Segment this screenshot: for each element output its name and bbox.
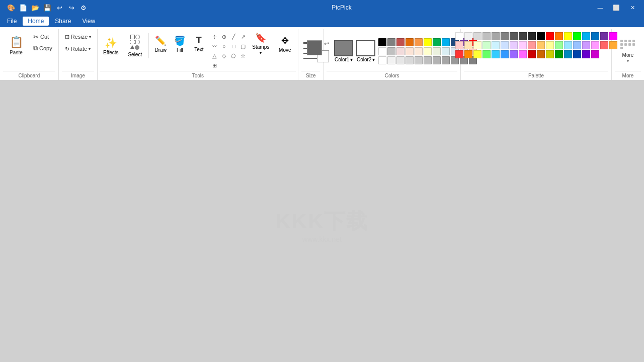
- p-red[interactable]: [546, 32, 554, 40]
- p-gray7[interactable]: [519, 32, 527, 40]
- swatch-green[interactable]: [433, 38, 441, 46]
- canvas-area[interactable]: KKK下载 www.kkx.net: [0, 80, 644, 362]
- shape-rect-btn[interactable]: □: [229, 42, 238, 51]
- p3-15[interactable]: [582, 50, 590, 58]
- menu-view[interactable]: View: [77, 17, 100, 26]
- maximize-btn[interactable]: ⬜: [609, 0, 624, 15]
- p2-2[interactable]: [464, 41, 472, 49]
- p-black[interactable]: [537, 32, 545, 40]
- swatch-midgray2[interactable]: [433, 56, 441, 64]
- p-blue[interactable]: [591, 32, 599, 40]
- color1-box[interactable]: [334, 40, 353, 56]
- rotate-button[interactable]: ↻ Rotate ▾: [62, 43, 94, 54]
- p3-9[interactable]: [528, 50, 536, 58]
- color1-preview[interactable]: [307, 40, 322, 55]
- minimize-btn[interactable]: —: [593, 0, 608, 15]
- p2-6[interactable]: [501, 41, 509, 49]
- p2-7[interactable]: [510, 41, 518, 49]
- p-gray4[interactable]: [492, 32, 500, 40]
- swatch-red-dark[interactable]: [396, 38, 405, 46]
- redo-btn[interactable]: ↪: [66, 3, 76, 13]
- p2-17[interactable]: [600, 41, 608, 49]
- effects-button[interactable]: ✨ Effects: [100, 31, 122, 60]
- resize-button[interactable]: ⊡ Resize ▾: [62, 31, 95, 42]
- swatch-peach[interactable]: [406, 47, 414, 55]
- color-reset-icon[interactable]: ↩: [324, 40, 329, 47]
- p-purple[interactable]: [600, 32, 608, 40]
- swatch-black[interactable]: [378, 38, 386, 46]
- p3-1[interactable]: [455, 50, 463, 58]
- p-gray1[interactable]: [464, 32, 472, 40]
- p2-12[interactable]: [555, 41, 563, 49]
- swatch-cyan-light[interactable]: [442, 47, 450, 55]
- swatch-orange[interactable]: [415, 38, 423, 46]
- stamps-button[interactable]: 🔖 Stamps ▾: [250, 31, 272, 56]
- p3-4[interactable]: [482, 50, 491, 58]
- menu-file[interactable]: File: [2, 17, 22, 26]
- swatch-midgray1[interactable]: [424, 56, 432, 64]
- menu-home[interactable]: Home: [23, 17, 49, 26]
- shape-zigzag-btn[interactable]: 〰: [210, 42, 219, 51]
- p3-7[interactable]: [510, 50, 518, 58]
- swatch-gray[interactable]: [387, 38, 395, 46]
- shape-round-rect-btn[interactable]: ▢: [238, 42, 248, 51]
- p-cyan[interactable]: [582, 32, 590, 40]
- p2-10[interactable]: [537, 41, 545, 49]
- swatch-lightgray2[interactable]: [396, 56, 405, 64]
- close-btn[interactable]: ✕: [625, 0, 640, 15]
- p3-3[interactable]: [473, 50, 481, 58]
- new-btn[interactable]: 📄: [18, 3, 28, 13]
- p-orange[interactable]: [555, 32, 563, 40]
- swatch-lightgray3[interactable]: [406, 56, 414, 64]
- swatch-cream[interactable]: [415, 47, 423, 55]
- p3-10[interactable]: [537, 50, 545, 58]
- shape-expand-btn[interactable]: ⊞: [210, 61, 219, 70]
- p3-2[interactable]: [464, 50, 472, 58]
- draw-button[interactable]: ✏️ Draw: [151, 31, 170, 56]
- p-gray3[interactable]: [482, 32, 491, 40]
- p2-16[interactable]: [591, 41, 599, 49]
- p2-4[interactable]: [482, 41, 491, 49]
- color2-arrow[interactable]: ▾: [372, 57, 375, 62]
- undo-btn[interactable]: ↩: [54, 3, 64, 13]
- shape-triangle-btn[interactable]: △: [210, 51, 219, 60]
- swatch-lightgray1[interactable]: [387, 56, 395, 64]
- p-gray8[interactable]: [528, 32, 536, 40]
- swatch-white[interactable]: [378, 47, 386, 55]
- p2-15[interactable]: [582, 41, 590, 49]
- more-button[interactable]: More ▾: [615, 36, 641, 65]
- swatch-lightgray4[interactable]: [415, 56, 423, 64]
- shape-crosshair-btn[interactable]: ⊕: [219, 32, 228, 41]
- swatch-white2[interactable]: [378, 56, 386, 64]
- p3-11[interactable]: [546, 50, 554, 58]
- shape-select-btn[interactable]: ⊹: [210, 32, 219, 41]
- settings-btn[interactable]: ⚙: [78, 3, 89, 13]
- color1-arrow[interactable]: ▾: [350, 57, 353, 62]
- p-green[interactable]: [573, 32, 581, 40]
- shape-arrow-btn[interactable]: ↗: [238, 32, 248, 41]
- p2-5[interactable]: [492, 41, 500, 49]
- shape-line-btn[interactable]: ╱: [229, 32, 238, 41]
- p2-9[interactable]: [528, 41, 536, 49]
- copy-button[interactable]: ⧉ Copy: [30, 43, 55, 54]
- p3-14[interactable]: [573, 50, 581, 58]
- p3-16[interactable]: [591, 50, 599, 58]
- fill-button[interactable]: 🪣 Fill: [171, 31, 189, 56]
- swatch-orange-dark[interactable]: [406, 38, 414, 46]
- swatch-cyan[interactable]: [442, 38, 450, 46]
- p2-14[interactable]: [573, 41, 581, 49]
- p3-5[interactable]: [492, 50, 500, 58]
- shape-star-btn[interactable]: ☆: [238, 51, 248, 60]
- swatch-midgray3[interactable]: [442, 56, 450, 64]
- p2-13[interactable]: [564, 41, 572, 49]
- p3-8[interactable]: [519, 50, 527, 58]
- p3-13[interactable]: [564, 50, 572, 58]
- swatch-green-light[interactable]: [433, 47, 441, 55]
- p2-1[interactable]: [455, 41, 463, 49]
- p-white[interactable]: [455, 32, 463, 40]
- swatch-silver[interactable]: [387, 47, 395, 55]
- swatch-yellow[interactable]: [424, 38, 432, 46]
- select-button[interactable]: Select: [124, 31, 146, 60]
- p-gray2[interactable]: [473, 32, 481, 40]
- color2-box[interactable]: [356, 40, 375, 56]
